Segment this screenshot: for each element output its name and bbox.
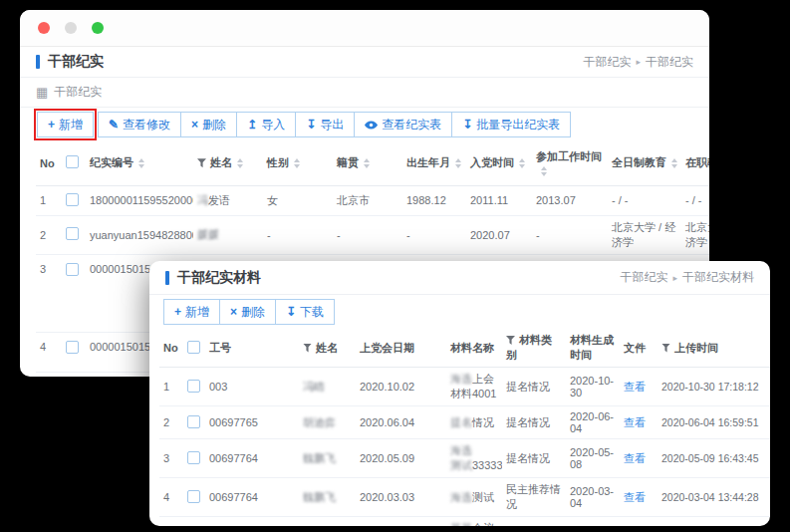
col-header-name[interactable]: 姓名	[193, 141, 263, 185]
materials-table-wrap: No 工号 姓名 上党会日期 材料名称 材料类别 材料生成时间 文件 上传时间 …	[159, 329, 770, 526]
cell-emp-id: 00697764	[205, 439, 299, 478]
row-checkbox[interactable]	[187, 490, 200, 503]
view-file-link[interactable]: 查看	[624, 491, 646, 503]
breadcrumb: 干部纪实 ▸ 干部纪实材料	[620, 269, 754, 286]
cell-onjob-edu: - / -	[681, 185, 709, 215]
cadre-materials-window: 干部纪实材料 干部纪实 ▸ 干部纪实材料 + 新增 × 删除 ↧ 下载 No	[149, 261, 770, 526]
breadcrumb-arrow-icon: ▸	[636, 57, 641, 67]
col-header-select	[183, 329, 205, 368]
row-checkbox[interactable]	[187, 380, 200, 393]
col-header-upload-time[interactable]: 上传时间	[658, 329, 770, 368]
col-header-emp-id: 工号	[205, 329, 299, 368]
cell-emp-id: 00000150	[205, 517, 299, 527]
sort-icon[interactable]	[364, 158, 370, 168]
view-file-link[interactable]: 查看	[624, 452, 646, 464]
export-button[interactable]: ↧ 导出	[295, 112, 355, 137]
view-file-link[interactable]: 查看	[624, 381, 646, 393]
breadcrumb-item[interactable]: 干部纪实	[583, 54, 631, 71]
delete-button[interactable]: × 删除	[219, 299, 276, 325]
row-checkbox[interactable]	[66, 227, 79, 240]
toolbar: + 新增 ✎ 查看修改 × 删除 ↥ 导入 ↧ 导出 查看纪实表 ↧	[20, 108, 709, 141]
table-header-row: No 工号 姓名 上党会日期 材料名称 材料类别 材料生成时间 文件 上传时间	[159, 329, 770, 368]
row-checkbox[interactable]	[66, 341, 79, 354]
col-header-origin[interactable]: 籍贯	[333, 141, 402, 185]
filter-icon[interactable]	[661, 344, 670, 353]
col-header-party-join[interactable]: 入党时间	[466, 141, 532, 185]
col-header-work-start[interactable]: 参加工作时间	[532, 141, 608, 185]
window-titlebar	[20, 10, 709, 47]
row-checkbox[interactable]	[187, 415, 200, 428]
download-button[interactable]: ↧ 下载	[275, 299, 335, 325]
toolbar: + 新增 × 删除 ↧ 下载	[149, 295, 770, 329]
materials-table: No 工号 姓名 上党会日期 材料名称 材料类别 材料生成时间 文件 上传时间 …	[159, 329, 770, 526]
page-title: 干部纪实材料	[165, 269, 261, 287]
batch-export-button[interactable]: ↧ 批量导出纪实表	[451, 112, 571, 137]
breadcrumb-item[interactable]: 干部纪实	[620, 269, 667, 286]
sort-icon[interactable]	[237, 158, 243, 168]
breadcrumb: 干部纪实 ▸ 干部纪实	[583, 54, 693, 71]
row-checkbox[interactable]	[187, 451, 200, 464]
add-button[interactable]: + 新增	[163, 299, 220, 325]
cell-material-name: 提名情况	[446, 406, 502, 439]
plus-icon: +	[174, 306, 181, 318]
sort-icon[interactable]	[541, 166, 547, 176]
close-window-button[interactable]	[38, 22, 50, 34]
cell-origin: 北京市	[333, 185, 402, 215]
cell-upload-time: 2020-06-04 16:59:51	[658, 406, 770, 439]
row-checkbox[interactable]	[66, 193, 79, 206]
cell-no: 4	[36, 332, 62, 372]
select-all-checkbox[interactable]	[66, 155, 79, 168]
import-button[interactable]: ↥ 导入	[236, 112, 296, 137]
select-all-checkbox[interactable]	[187, 341, 200, 354]
sort-icon[interactable]	[519, 158, 525, 168]
view-file-link[interactable]: 查看	[624, 416, 646, 428]
col-header-gender[interactable]: 性别	[263, 141, 333, 185]
delete-button[interactable]: × 删除	[180, 112, 237, 137]
cell-material-name: 某某会议纪要	[446, 517, 502, 527]
filter-icon[interactable]	[197, 158, 206, 167]
cell-no: 1	[159, 368, 183, 406]
maximize-window-button[interactable]	[92, 22, 104, 34]
row-checkbox[interactable]	[66, 263, 79, 276]
table-row: 1 003 冯晴 2020.10.02 海选上会材料4001 提名情况 2020…	[159, 368, 770, 406]
cell-meeting-date: 2020.05.09	[356, 439, 446, 478]
col-header-record-id[interactable]: 纪实编号	[86, 141, 193, 185]
filter-icon[interactable]	[303, 344, 312, 353]
cell-emp-id: 00697765	[205, 406, 299, 439]
col-header-material-type[interactable]: 材料类别	[502, 329, 566, 368]
col-header-onjob-edu[interactable]: 在职教育	[681, 141, 709, 185]
cell-material-type: 提名情况	[502, 439, 566, 478]
view-record-table-button[interactable]: 查看纪实表	[354, 112, 452, 137]
cell-material-name: 海选测试	[446, 478, 502, 517]
annotation-highlight-box: + 新增	[34, 109, 97, 140]
download-icon: ↧	[306, 119, 316, 131]
close-icon: ×	[230, 306, 237, 318]
minimize-window-button[interactable]	[65, 22, 77, 34]
sort-icon[interactable]	[138, 158, 144, 168]
table-header-row: No 纪实编号 姓名 性别 籍贯 出生年月 入党时间 参加工作时间 全日制教育 …	[36, 141, 709, 185]
cell-name: 胡迪弈	[299, 406, 356, 439]
filter-icon[interactable]	[506, 336, 515, 345]
add-button[interactable]: + 新增	[37, 112, 94, 137]
section-subheader: ▦ 干部纪实	[20, 78, 709, 108]
table-row: 2 00697765 胡迪弈 2020.06.04 提名情况 提名情况 2020…	[159, 406, 770, 439]
cell-party-join: 2011.11	[466, 185, 532, 215]
col-header-fulltime-edu[interactable]: 全日制教育	[608, 141, 681, 185]
page-header: 干部纪实材料 干部纪实 ▸ 干部纪实材料	[149, 261, 770, 295]
sort-icon[interactable]	[671, 158, 677, 168]
cell-meeting-date: 2020.06.04	[356, 406, 446, 439]
col-header-birth[interactable]: 出生年月	[402, 141, 466, 185]
sort-icon[interactable]	[455, 158, 461, 168]
edit-icon: ✎	[109, 119, 119, 131]
col-header-name[interactable]: 姓名	[299, 329, 356, 368]
view-edit-button[interactable]: ✎ 查看修改	[98, 112, 181, 137]
cell-upload-time: 2019-10-29 11:40:17	[658, 517, 770, 527]
sort-icon[interactable]	[294, 158, 300, 168]
cell-meeting-date: 2019.10.30	[356, 517, 446, 527]
cell-fulltime-edu: 北京大学 / 经济学	[608, 215, 681, 254]
cell-birth: 1988.12	[402, 185, 466, 215]
cell-upload-time: 2020-03-04 13:44:28	[658, 478, 770, 517]
plus-icon: +	[48, 119, 55, 131]
cell-gen-time: 2020-06-04	[566, 406, 620, 439]
table-row: 2 yuanyuan1594828800 媛媛 - - - 2020.07 - …	[36, 215, 709, 254]
